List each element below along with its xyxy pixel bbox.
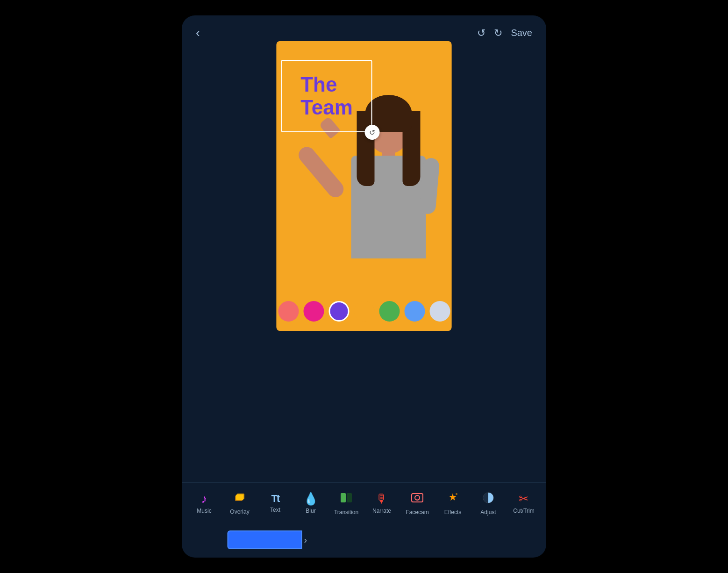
text-overlay-content: TheTeam — [296, 69, 357, 123]
timeline-segment[interactable] — [228, 530, 302, 549]
person-arm-left — [295, 143, 347, 201]
color-swatch-yellow[interactable] — [354, 301, 374, 322]
svg-point-8 — [456, 493, 457, 495]
timeline-arrow: › — [304, 535, 307, 545]
text-icon: Tt — [271, 494, 279, 504]
narrate-icon: 🎙 — [376, 493, 388, 505]
adjust-icon — [482, 491, 495, 506]
color-swatch-magenta[interactable] — [303, 301, 324, 322]
tool-facecam[interactable]: Facecam — [403, 491, 431, 516]
facecam-icon — [411, 491, 424, 506]
tool-transition[interactable]: Transition — [332, 491, 360, 516]
overlay-icon — [234, 492, 246, 506]
color-swatch-blue[interactable] — [404, 301, 425, 322]
tool-blur[interactable]: 💧 Blur — [297, 493, 325, 514]
cuttrim-icon: ✂ — [519, 493, 529, 505]
redo-button[interactable]: ↻ — [494, 27, 502, 39]
save-button[interactable]: Save — [511, 28, 532, 38]
tool-cuttrim[interactable]: ✂ Cut/Trim — [510, 493, 538, 514]
canvas-area: TheTeam ↺ — [277, 41, 452, 331]
svg-rect-3 — [341, 493, 346, 502]
tool-music[interactable]: ♪ Music — [190, 493, 218, 514]
color-swatch-green[interactable] — [379, 301, 400, 322]
tool-narrate[interactable]: 🎙 Narrate — [368, 493, 396, 514]
color-picker-row — [277, 301, 452, 322]
svg-rect-4 — [347, 493, 352, 502]
tool-effects[interactable]: Effects — [439, 491, 467, 516]
color-swatch-coral[interactable] — [278, 301, 299, 322]
canvas-background: TheTeam ↺ — [277, 41, 452, 331]
svg-rect-5 — [412, 494, 423, 502]
music-label: Music — [197, 508, 211, 514]
tool-overlay[interactable]: Overlay — [226, 492, 254, 515]
facecam-label: Facecam — [406, 509, 428, 516]
effects-icon — [446, 491, 459, 506]
rotate-handle[interactable]: ↺ — [365, 125, 380, 140]
top-header: ‹ ↺ ↻ Save — [182, 15, 546, 45]
svg-point-7 — [415, 496, 416, 497]
blur-icon: 💧 — [303, 493, 318, 505]
app-container: ‹ ↺ ↻ Save TheTeam ↺ — [182, 15, 546, 558]
undo-button[interactable]: ↺ — [477, 27, 485, 39]
blur-label: Blur — [306, 508, 315, 514]
overlay-label: Overlay — [230, 509, 249, 515]
narrate-label: Narrate — [372, 508, 391, 514]
svg-rect-2 — [236, 494, 243, 500]
music-icon: ♪ — [201, 493, 207, 505]
text-label: Text — [270, 507, 280, 513]
tool-adjust[interactable]: Adjust — [474, 491, 502, 516]
adjust-label: Adjust — [480, 509, 496, 516]
header-actions: ↺ ↻ Save — [477, 27, 532, 39]
back-button[interactable]: ‹ — [196, 26, 200, 40]
tool-text[interactable]: Tt Text — [261, 494, 289, 513]
timeline-strip: › — [228, 530, 501, 549]
text-overlay-box[interactable]: TheTeam ↺ — [281, 60, 372, 132]
color-swatch-light-gray[interactable] — [429, 301, 450, 322]
cuttrim-label: Cut/Trim — [513, 508, 535, 514]
bottom-toolbar: ♪ Music Overlay Tt Text 💧 Blur — [182, 482, 546, 520]
color-swatch-purple[interactable] — [328, 301, 349, 322]
transition-icon — [340, 491, 353, 506]
effects-label: Effects — [444, 509, 461, 516]
transition-label: Transition — [334, 509, 358, 516]
